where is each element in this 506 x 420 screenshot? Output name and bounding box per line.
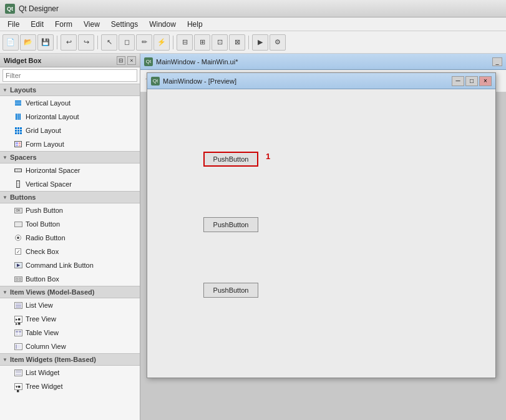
category-layouts[interactable]: ▼ Layouts (0, 84, 140, 96)
mainwindow-minimize[interactable]: _ (492, 57, 502, 66)
item-push-button[interactable]: OK Push Button (0, 203, 140, 217)
toolbar-layout-g[interactable]: ⊡ (212, 34, 228, 51)
spacers-arrow: ▼ (2, 155, 7, 160)
toolbar-sep3 (173, 36, 173, 49)
toolbar-layout-f[interactable]: ⊠ (229, 34, 245, 51)
item-table-view[interactable]: Table View (0, 326, 140, 339)
toolbar-select[interactable]: ↖ (101, 34, 117, 51)
item-tree-widget[interactable]: ▾■ ■ Tree Widget (0, 379, 140, 393)
toolbar-connect[interactable]: ⚡ (153, 34, 170, 51)
toolbar: 📄 📂 💾 ↩ ↪ ↖ ◻ ✏ ⚡ ⊟ ⊞ ⊡ ⊠ ▶ ⚙ (0, 31, 506, 54)
toolbar-sep1 (57, 36, 57, 49)
item-tree-view[interactable]: ▸■▸■ Tree View (0, 312, 140, 326)
preview-controls: ─ □ × (452, 76, 492, 86)
toolbar-open[interactable]: 📂 (20, 34, 36, 51)
spacers-label: Spacers (10, 154, 37, 161)
toolbar-undo[interactable]: ↩ (61, 34, 77, 51)
horizontal-spacer-label: Horizontal Spacer (26, 167, 80, 174)
widget-box-close[interactable]: × (127, 56, 136, 65)
item-horizontal-spacer[interactable]: Horizontal Spacer (0, 164, 140, 177)
category-item-views[interactable]: ▼ Item Views (Model-Based) (0, 286, 140, 298)
menu-edit[interactable]: Edit (26, 19, 49, 30)
command-link-button-label: Command Link Button (26, 261, 94, 269)
toolbar-redo[interactable]: ↪ (78, 34, 94, 51)
tree-view-label: Tree View (26, 315, 56, 323)
item-list-view[interactable]: List View (0, 298, 140, 312)
item-command-link-button[interactable]: ▶ Command Link Button (0, 258, 140, 272)
item-radio-button[interactable]: Radio Button (0, 231, 140, 245)
push-button-1[interactable]: PushButton (203, 152, 258, 167)
item-tool-button[interactable]: Tool Button (0, 217, 140, 231)
mainwindow-icon: Qt (144, 57, 153, 66)
toolbar-save[interactable]: 💾 (37, 34, 54, 51)
item-column-view[interactable]: Column View (0, 339, 140, 353)
menu-file[interactable]: File (2, 19, 24, 30)
table-view-icon (14, 328, 22, 337)
toolbar-sep2 (97, 36, 98, 49)
category-buttons[interactable]: ▼ Buttons (0, 191, 140, 203)
radio-button-label: Radio Button (26, 234, 66, 242)
vertical-layout-label: Vertical Layout (26, 99, 71, 107)
designer-area: Qt MainWindow - MainWin.ui* _ Type Here … (140, 54, 506, 420)
form-layout-icon (14, 140, 22, 149)
push-button-label: Push Button (26, 207, 63, 214)
item-button-box[interactable]: Button Box (0, 272, 140, 286)
item-check-box[interactable]: ✓ Check Box (0, 245, 140, 258)
horizontal-layout-icon (14, 112, 22, 121)
tree-widget-icon: ▾■ ■ (14, 382, 22, 391)
item-list-widget[interactable]: List Widget (0, 366, 140, 379)
grid-layout-label: Grid Layout (26, 127, 61, 134)
toolbar-widget[interactable]: ◻ (119, 34, 135, 51)
column-view-icon (14, 342, 22, 351)
push-button-1-label: PushButton (213, 155, 249, 163)
toolbar-layout-v[interactable]: ⊞ (194, 34, 210, 51)
preview-maximize[interactable]: □ (465, 76, 478, 86)
tool-button-icon (14, 220, 22, 228)
item-grid-layout[interactable]: Grid Layout (0, 124, 140, 137)
item-horizontal-layout[interactable]: Horizontal Layout (0, 110, 140, 124)
list-view-label: List View (26, 301, 53, 309)
item-form-layout[interactable]: Form Layout (0, 137, 140, 151)
mainwindow-title: MainWindow - MainWin.ui* (156, 58, 238, 66)
toolbar-settings[interactable]: ⚙ (270, 34, 286, 51)
toolbar-layout-h[interactable]: ⊟ (177, 34, 193, 51)
widget-box-float[interactable]: ⊟ (117, 56, 125, 65)
mainwindow-header-left: Qt MainWindow - MainWin.ui* (144, 57, 238, 66)
app-icon: Qt (5, 4, 15, 14)
preview-content: PushButton 1 PushButton PushButton (147, 89, 495, 378)
button-box-label: Button Box (26, 275, 59, 283)
list-view-icon (14, 301, 22, 310)
item-vertical-spacer[interactable]: Vertical Spacer (0, 177, 140, 191)
item-views-label: Item Views (Model-Based) (10, 288, 95, 296)
tree-widget-label: Tree Widget (26, 383, 63, 390)
vertical-spacer-label: Vertical Spacer (26, 180, 72, 188)
layouts-arrow: ▼ (2, 87, 7, 93)
button-1-number: 1 (266, 152, 270, 161)
menu-form[interactable]: Form (50, 19, 77, 30)
check-box-label: Check Box (26, 248, 59, 255)
menu-window[interactable]: Window (144, 19, 181, 30)
push-button-3-label: PushButton (213, 286, 249, 294)
toolbar-sep4 (248, 36, 249, 49)
menu-settings[interactable]: Settings (106, 19, 143, 30)
menu-help[interactable]: Help (182, 19, 208, 30)
preview-close[interactable]: × (479, 76, 492, 86)
item-vertical-layout[interactable]: Vertical Layout (0, 96, 140, 110)
preview-minimize[interactable]: ─ (452, 76, 464, 86)
widget-box-header: Widget Box ⊟ × (0, 54, 140, 67)
widget-list: ▼ Layouts Vertical Layout Horizontal Lay… (0, 84, 140, 420)
horizontal-spacer-icon (14, 166, 22, 175)
toolbar-preview[interactable]: ▶ (252, 34, 268, 51)
push-button-2[interactable]: PushButton (203, 217, 258, 232)
toolbar-edit[interactable]: ✏ (136, 34, 152, 51)
filter-input[interactable] (2, 69, 137, 82)
menu-view[interactable]: View (79, 19, 105, 30)
category-item-widgets[interactable]: ▼ Item Widgets (Item-Based) (0, 353, 140, 366)
push-button-3[interactable]: PushButton (203, 283, 258, 298)
column-view-label: Column View (26, 343, 66, 350)
item-views-arrow: ▼ (2, 290, 7, 295)
table-view-label: Table View (26, 329, 59, 336)
mainwindow-header: Qt MainWindow - MainWin.ui* _ (140, 54, 506, 70)
category-spacers[interactable]: ▼ Spacers (0, 151, 140, 164)
toolbar-new[interactable]: 📄 (2, 34, 19, 51)
